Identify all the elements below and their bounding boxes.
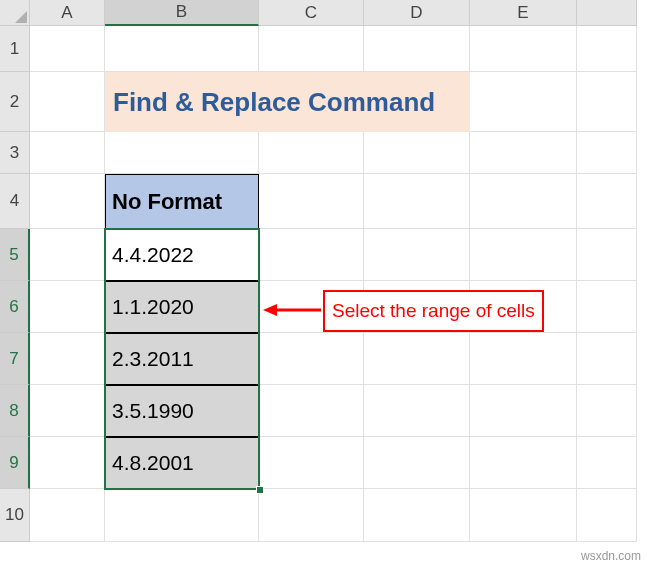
cell-f5[interactable] xyxy=(577,229,637,281)
row-header-6[interactable]: 6 xyxy=(0,281,30,333)
row-header-5[interactable]: 5 xyxy=(0,229,30,281)
cell-c5[interactable] xyxy=(259,229,364,281)
callout-text: Select the range of cells xyxy=(332,300,535,321)
cell-b10[interactable] xyxy=(105,489,259,542)
cell-a2[interactable] xyxy=(30,72,105,132)
svg-marker-1 xyxy=(263,304,277,316)
cell-c9[interactable] xyxy=(259,437,364,489)
cell-d10[interactable] xyxy=(364,489,470,542)
row-headers: 1 2 3 4 5 6 7 8 9 10 xyxy=(0,26,30,542)
cell-f6[interactable] xyxy=(577,281,637,333)
cell-d1[interactable] xyxy=(364,26,470,72)
arrow-icon xyxy=(263,300,323,320)
row-header-1[interactable]: 1 xyxy=(0,26,30,72)
cell-c10[interactable] xyxy=(259,489,364,542)
col-header-d[interactable]: D xyxy=(364,0,470,26)
cell-d5[interactable] xyxy=(364,229,470,281)
cell-f9[interactable] xyxy=(577,437,637,489)
cell-e7[interactable] xyxy=(470,333,577,385)
row-header-3[interactable]: 3 xyxy=(0,132,30,174)
cell-b5[interactable]: 4.4.2022 xyxy=(105,229,259,281)
col-header-a[interactable]: A xyxy=(30,0,105,26)
cell-a7[interactable] xyxy=(30,333,105,385)
cells-area: Find & Replace Command No Format 4.4.202… xyxy=(30,26,637,542)
cell-e1[interactable] xyxy=(470,26,577,72)
cell-e10[interactable] xyxy=(470,489,577,542)
cell-a3[interactable] xyxy=(30,132,105,174)
col-header-e[interactable]: E xyxy=(470,0,577,26)
row-header-4[interactable]: 4 xyxy=(0,174,30,229)
row-header-7[interactable]: 7 xyxy=(0,333,30,385)
cell-e2[interactable] xyxy=(470,72,577,132)
cell-e3[interactable] xyxy=(470,132,577,174)
cell-c8[interactable] xyxy=(259,385,364,437)
row-header-2[interactable]: 2 xyxy=(0,72,30,132)
cell-d9[interactable] xyxy=(364,437,470,489)
col-header-c[interactable]: C xyxy=(259,0,364,26)
cell-f4[interactable] xyxy=(577,174,637,229)
cell-e5[interactable] xyxy=(470,229,577,281)
cell-f2[interactable] xyxy=(577,72,637,132)
cell-f10[interactable] xyxy=(577,489,637,542)
row-header-9[interactable]: 9 xyxy=(0,437,30,489)
cell-a6[interactable] xyxy=(30,281,105,333)
cell-d3[interactable] xyxy=(364,132,470,174)
cell-d8[interactable] xyxy=(364,385,470,437)
cell-e9[interactable] xyxy=(470,437,577,489)
cell-d7[interactable] xyxy=(364,333,470,385)
cell-a10[interactable] xyxy=(30,489,105,542)
col-header-f[interactable] xyxy=(577,0,637,26)
cell-f8[interactable] xyxy=(577,385,637,437)
table-header[interactable]: No Format xyxy=(105,174,259,229)
title-cell[interactable]: Find & Replace Command xyxy=(105,72,470,132)
cell-d4[interactable] xyxy=(364,174,470,229)
select-all-corner[interactable] xyxy=(0,0,30,26)
cell-a9[interactable] xyxy=(30,437,105,489)
cell-b6[interactable]: 1.1.2020 xyxy=(105,281,259,333)
cell-b8[interactable]: 3.5.1990 xyxy=(105,385,259,437)
cell-c7[interactable] xyxy=(259,333,364,385)
col-header-b[interactable]: B xyxy=(105,0,259,26)
cell-a8[interactable] xyxy=(30,385,105,437)
cell-f1[interactable] xyxy=(577,26,637,72)
cell-a1[interactable] xyxy=(30,26,105,72)
cell-c3[interactable] xyxy=(259,132,364,174)
cell-b7[interactable]: 2.3.2011 xyxy=(105,333,259,385)
cell-f3[interactable] xyxy=(577,132,637,174)
cell-b3[interactable] xyxy=(105,132,259,174)
callout-box: Select the range of cells xyxy=(323,290,544,332)
cell-c1[interactable] xyxy=(259,26,364,72)
cell-e4[interactable] xyxy=(470,174,577,229)
column-headers: A B C D E xyxy=(30,0,637,26)
cell-e8[interactable] xyxy=(470,385,577,437)
watermark: wsxdn.com xyxy=(581,549,641,563)
cell-b9[interactable]: 4.8.2001 xyxy=(105,437,259,489)
fill-handle[interactable] xyxy=(256,486,264,494)
cell-c4[interactable] xyxy=(259,174,364,229)
cell-a5[interactable] xyxy=(30,229,105,281)
row-header-8[interactable]: 8 xyxy=(0,385,30,437)
row-header-10[interactable]: 10 xyxy=(0,489,30,542)
cell-b1[interactable] xyxy=(105,26,259,72)
cell-f7[interactable] xyxy=(577,333,637,385)
cell-a4[interactable] xyxy=(30,174,105,229)
